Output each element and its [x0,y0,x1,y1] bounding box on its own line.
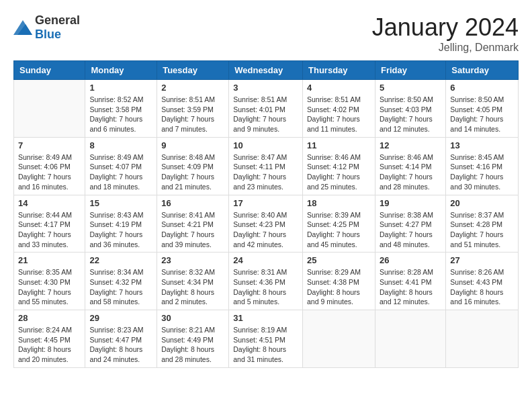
calendar-cell: 31Sunrise: 8:19 AMSunset: 4:51 PMDayligh… [229,310,303,368]
day-number: 20 [450,198,514,208]
day-number: 31 [233,313,298,323]
calendar-cell: 11Sunrise: 8:46 AMSunset: 4:12 PMDayligh… [303,137,375,195]
calendar-week-3: 14Sunrise: 8:44 AMSunset: 4:17 PMDayligh… [14,195,519,253]
day-number: 18 [307,198,371,208]
day-number: 1 [89,83,152,93]
calendar-cell: 29Sunrise: 8:23 AMSunset: 4:47 PMDayligh… [85,310,157,368]
calendar-cell: 14Sunrise: 8:44 AMSunset: 4:17 PMDayligh… [14,195,85,253]
day-info: Sunrise: 8:19 AMSunset: 4:51 PMDaylight:… [233,325,298,365]
calendar-cell: 9Sunrise: 8:48 AMSunset: 4:09 PMDaylight… [157,137,229,195]
day-number: 14 [18,198,81,208]
calendar-cell: 18Sunrise: 8:39 AMSunset: 4:25 PMDayligh… [303,195,375,253]
day-info: Sunrise: 8:31 AMSunset: 4:36 PMDaylight:… [233,267,298,307]
calendar-table: SundayMondayTuesdayWednesdayThursdayFrid… [13,60,519,368]
day-info: Sunrise: 8:50 AMSunset: 4:05 PMDaylight:… [450,95,514,134]
day-info: Sunrise: 8:34 AMSunset: 4:32 PMDaylight:… [89,267,152,307]
calendar-cell: 23Sunrise: 8:32 AMSunset: 4:34 PMDayligh… [157,253,229,310]
day-info: Sunrise: 8:49 AMSunset: 4:06 PMDaylight:… [18,152,81,192]
calendar-cell: 24Sunrise: 8:31 AMSunset: 4:36 PMDayligh… [229,253,303,310]
calendar-cell: 28Sunrise: 8:24 AMSunset: 4:45 PMDayligh… [14,310,85,368]
day-info: Sunrise: 8:47 AMSunset: 4:11 PMDaylight:… [233,152,298,192]
day-info: Sunrise: 8:38 AMSunset: 4:27 PMDaylight:… [380,210,441,250]
day-info: Sunrise: 8:51 AMSunset: 3:59 PMDaylight:… [161,95,224,134]
calendar-header-row: SundayMondayTuesdayWednesdayThursdayFrid… [14,61,519,80]
day-info: Sunrise: 8:50 AMSunset: 4:03 PMDaylight:… [380,95,441,134]
day-info: Sunrise: 8:37 AMSunset: 4:28 PMDaylight:… [450,210,514,250]
calendar-cell: 10Sunrise: 8:47 AMSunset: 4:11 PMDayligh… [229,137,303,195]
calendar-cell: 12Sunrise: 8:46 AMSunset: 4:14 PMDayligh… [375,137,445,195]
calendar-cell [303,310,375,368]
title-block: January 2024 Jelling, Denmark [372,13,519,54]
day-number: 3 [233,83,298,93]
day-number: 28 [18,313,81,323]
logo-text: General Blue [35,13,80,42]
calendar-cell: 2Sunrise: 8:51 AMSunset: 3:59 PMDaylight… [157,80,229,138]
calendar-cell: 5Sunrise: 8:50 AMSunset: 4:03 PMDaylight… [375,80,445,138]
calendar-cell: 22Sunrise: 8:34 AMSunset: 4:32 PMDayligh… [85,253,157,310]
calendar-cell [375,310,445,368]
day-number: 8 [89,140,152,150]
day-info: Sunrise: 8:29 AMSunset: 4:38 PMDaylight:… [307,267,371,307]
day-info: Sunrise: 8:32 AMSunset: 4:34 PMDaylight:… [161,267,224,307]
day-number: 23 [161,255,224,265]
location: Jelling, Denmark [372,42,519,54]
day-number: 22 [89,255,152,265]
day-number: 6 [450,83,514,93]
day-info: Sunrise: 8:48 AMSunset: 4:09 PMDaylight:… [161,152,224,192]
col-header-thursday: Thursday [303,61,375,80]
day-info: Sunrise: 8:40 AMSunset: 4:23 PMDaylight:… [233,210,298,250]
day-number: 9 [161,140,224,150]
day-number: 11 [307,140,371,150]
calendar-cell: 1Sunrise: 8:52 AMSunset: 3:58 PMDaylight… [85,80,157,138]
logo-icon [13,20,32,35]
col-header-monday: Monday [85,61,157,80]
day-number: 25 [307,255,371,265]
calendar-cell: 4Sunrise: 8:51 AMSunset: 4:02 PMDaylight… [303,80,375,138]
day-info: Sunrise: 8:35 AMSunset: 4:30 PMDaylight:… [18,267,81,307]
calendar-week-1: 1Sunrise: 8:52 AMSunset: 3:58 PMDaylight… [14,80,519,138]
col-header-wednesday: Wednesday [229,61,303,80]
day-info: Sunrise: 8:46 AMSunset: 4:12 PMDaylight:… [307,152,371,192]
day-info: Sunrise: 8:44 AMSunset: 4:17 PMDaylight:… [18,210,81,250]
day-info: Sunrise: 8:43 AMSunset: 4:19 PMDaylight:… [89,210,152,250]
calendar-cell: 13Sunrise: 8:45 AMSunset: 4:16 PMDayligh… [446,137,519,195]
day-info: Sunrise: 8:51 AMSunset: 4:01 PMDaylight:… [233,95,298,134]
day-info: Sunrise: 8:45 AMSunset: 4:16 PMDaylight:… [450,152,514,192]
day-info: Sunrise: 8:51 AMSunset: 4:02 PMDaylight:… [307,95,371,134]
day-number: 30 [161,313,224,323]
day-info: Sunrise: 8:21 AMSunset: 4:49 PMDaylight:… [161,325,224,365]
day-info: Sunrise: 8:28 AMSunset: 4:41 PMDaylight:… [380,267,441,307]
day-info: Sunrise: 8:23 AMSunset: 4:47 PMDaylight:… [89,325,152,365]
day-number: 19 [380,198,441,208]
col-header-saturday: Saturday [446,61,519,80]
col-header-tuesday: Tuesday [157,61,229,80]
day-number: 29 [89,313,152,323]
col-header-sunday: Sunday [14,61,85,80]
calendar-cell: 16Sunrise: 8:41 AMSunset: 4:21 PMDayligh… [157,195,229,253]
calendar-cell: 25Sunrise: 8:29 AMSunset: 4:38 PMDayligh… [303,253,375,310]
calendar-cell: 8Sunrise: 8:49 AMSunset: 4:07 PMDaylight… [85,137,157,195]
calendar-cell: 20Sunrise: 8:37 AMSunset: 4:28 PMDayligh… [446,195,519,253]
day-number: 26 [380,255,441,265]
calendar-cell: 3Sunrise: 8:51 AMSunset: 4:01 PMDaylight… [229,80,303,138]
day-info: Sunrise: 8:52 AMSunset: 3:58 PMDaylight:… [89,95,152,134]
logo: General Blue [13,13,80,42]
calendar-cell: 30Sunrise: 8:21 AMSunset: 4:49 PMDayligh… [157,310,229,368]
calendar-cell: 15Sunrise: 8:43 AMSunset: 4:19 PMDayligh… [85,195,157,253]
day-info: Sunrise: 8:24 AMSunset: 4:45 PMDaylight:… [18,325,81,365]
calendar-week-4: 21Sunrise: 8:35 AMSunset: 4:30 PMDayligh… [14,253,519,310]
calendar-cell: 21Sunrise: 8:35 AMSunset: 4:30 PMDayligh… [14,253,85,310]
day-number: 2 [161,83,224,93]
day-info: Sunrise: 8:49 AMSunset: 4:07 PMDaylight:… [89,152,152,192]
calendar-cell: 6Sunrise: 8:50 AMSunset: 4:05 PMDaylight… [446,80,519,138]
day-number: 5 [380,83,441,93]
day-info: Sunrise: 8:26 AMSunset: 4:43 PMDaylight:… [450,267,514,307]
day-number: 24 [233,255,298,265]
day-number: 12 [380,140,441,150]
calendar-cell: 17Sunrise: 8:40 AMSunset: 4:23 PMDayligh… [229,195,303,253]
day-number: 21 [18,255,81,265]
day-number: 7 [18,140,81,150]
logo-blue: Blue [35,28,61,41]
calendar-cell: 27Sunrise: 8:26 AMSunset: 4:43 PMDayligh… [446,253,519,310]
day-info: Sunrise: 8:39 AMSunset: 4:25 PMDaylight:… [307,210,371,250]
